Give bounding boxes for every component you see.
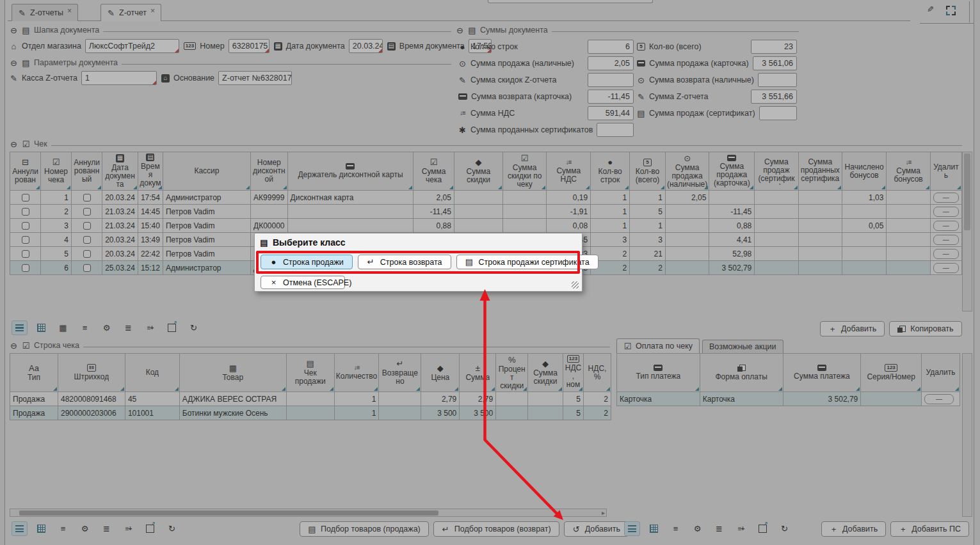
comment-icon: ● [269, 258, 278, 266]
dialog-title-row: ▤ Выберите класс [255, 233, 582, 250]
return-icon: ↵ [367, 258, 375, 266]
close-icon: × [269, 278, 278, 287]
dialog-title: Выберите класс [273, 237, 346, 248]
dialog-resize-handle[interactable] [572, 281, 579, 288]
choose-class-dialog: ▤ Выберите класс ●Строка продажи↵Строка … [254, 233, 582, 292]
cancel-button[interactable]: × Отмена (ESCAPE) [261, 276, 345, 289]
list-icon: ▤ [465, 258, 474, 266]
line-sale-button[interactable]: ●Строка продажи [261, 255, 353, 269]
doc-icon: ▤ [260, 239, 268, 247]
dialog-options: ●Строка продажи↵Строка возврата▤Строка п… [261, 255, 598, 269]
line-certificate-sale-button[interactable]: ▤Строка продажи сертификата [456, 255, 598, 269]
line-return-button[interactable]: ↵Строка возврата [358, 255, 451, 269]
app-window: ✎ Z-отчеты × ✎ Z-отчет × ✎ ⊖ ▤ Шапка док… [0, 0, 980, 545]
